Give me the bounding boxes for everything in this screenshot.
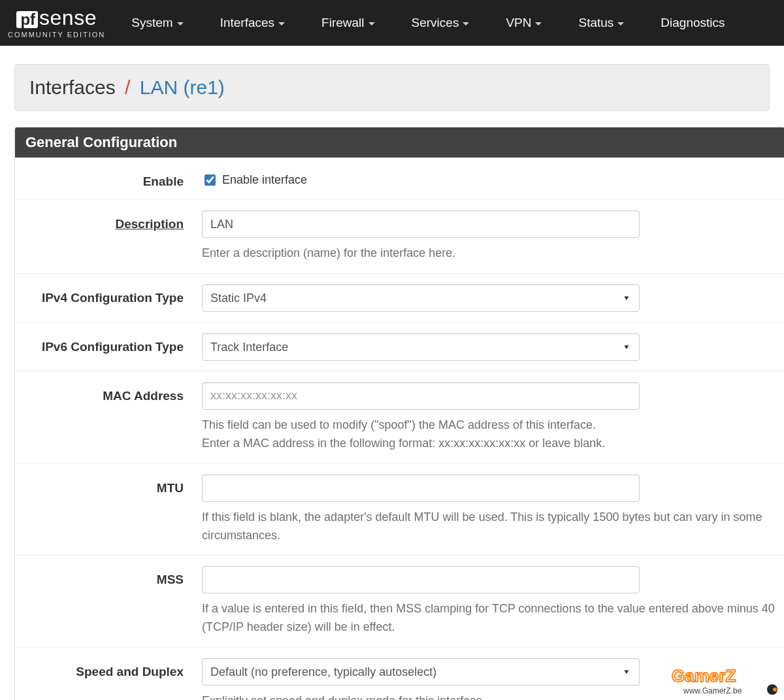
nav-label: Status — [578, 16, 613, 30]
brand-text: sense — [39, 7, 97, 28]
nav-firewall[interactable]: Firewall — [321, 16, 374, 30]
label-enable: Enable — [19, 168, 202, 189]
label-mtu: MTU — [19, 475, 202, 495]
caret-down-icon — [463, 22, 469, 25]
nav-services[interactable]: Services — [412, 16, 470, 30]
description-input[interactable] — [202, 210, 640, 238]
nav-vpn[interactable]: VPN — [506, 16, 542, 30]
nav-label: Firewall — [321, 16, 364, 30]
label-mac: MAC Address — [19, 382, 202, 403]
brand-logo[interactable]: pf sense COMMUNITY EDITION — [8, 7, 131, 39]
nav-label: Interfaces — [220, 16, 274, 30]
enable-checkbox-wrap[interactable]: Enable interface — [202, 168, 776, 187]
mtu-help: If this field is blank, the adapter's de… — [202, 508, 776, 545]
panel-general-config: General Configuration Enable Enable inte… — [14, 127, 784, 700]
label-mss: MSS — [19, 566, 202, 587]
mac-help-2: Enter a MAC address in the following for… — [202, 435, 776, 453]
mss-input[interactable] — [202, 566, 640, 593]
ipv4-type-select[interactable]: Static IPv4 — [202, 284, 640, 312]
brand-subtitle: COMMUNITY EDITION — [8, 31, 105, 39]
caret-down-icon — [535, 22, 542, 25]
breadcrumb-separator: / — [121, 76, 134, 98]
nav-label: Diagnostics — [661, 16, 725, 30]
ipv6-type-select[interactable]: Track Interface — [202, 333, 640, 361]
mac-help-1: This field can be used to modify ("spoof… — [202, 416, 776, 435]
caret-down-icon — [368, 22, 375, 25]
caret-down-icon — [617, 22, 624, 25]
row-enable: Enable Enable interface — [15, 158, 784, 200]
mac-input[interactable] — [202, 382, 640, 410]
row-mss: MSS If a value is entered in this field,… — [15, 556, 784, 648]
caret-down-icon — [278, 22, 285, 25]
row-ipv4-type: IPv4 Configuration Type Static IPv4 — [15, 274, 784, 323]
label-ipv4-type: IPv4 Configuration Type — [19, 284, 202, 305]
row-speed-duplex: Speed and Duplex Default (no preference,… — [15, 648, 784, 700]
breadcrumb-active[interactable]: LAN (re1) — [140, 76, 225, 98]
row-ipv6-type: IPv6 Configuration Type Track Interface — [15, 323, 784, 372]
speed-help-1: Explicitly set speed and duplex mode for… — [202, 692, 776, 700]
nav-label: Services — [412, 16, 459, 30]
nav-label: System — [131, 16, 172, 30]
row-description: Description Enter a description (name) f… — [15, 200, 784, 274]
label-ipv6-type: IPv6 Configuration Type — [19, 333, 202, 354]
brand-box: pf — [16, 11, 38, 28]
nav-interfaces[interactable]: Interfaces — [220, 16, 285, 30]
nav-system[interactable]: System — [131, 16, 183, 30]
nav-label: VPN — [506, 16, 531, 30]
label-description: Description — [19, 210, 202, 231]
breadcrumb-root[interactable]: Interfaces — [29, 76, 116, 98]
mtu-input[interactable] — [202, 475, 640, 502]
nav-status[interactable]: Status — [578, 16, 624, 30]
caret-down-icon — [177, 22, 184, 25]
speed-duplex-select[interactable]: Default (no preference, typically autose… — [202, 658, 640, 686]
enable-checkbox[interactable] — [204, 175, 216, 186]
row-mtu: MTU If this field is blank, the adapter'… — [15, 464, 784, 556]
enable-checkbox-label: Enable interface — [222, 173, 307, 187]
description-help: Enter a description (name) for the inter… — [202, 244, 776, 263]
nav-items: System Interfaces Firewall Services VPN … — [131, 16, 784, 30]
label-speed-duplex: Speed and Duplex — [19, 658, 202, 679]
row-mac: MAC Address This field can be used to mo… — [15, 372, 784, 464]
nav-diagnostics[interactable]: Diagnostics — [661, 16, 725, 30]
top-nav: pf sense COMMUNITY EDITION System Interf… — [0, 0, 784, 46]
panel-title: General Configuration — [15, 127, 784, 158]
breadcrumb: Interfaces / LAN (re1) — [14, 64, 770, 111]
mss-help: If a value is entered in this field, the… — [202, 600, 776, 637]
